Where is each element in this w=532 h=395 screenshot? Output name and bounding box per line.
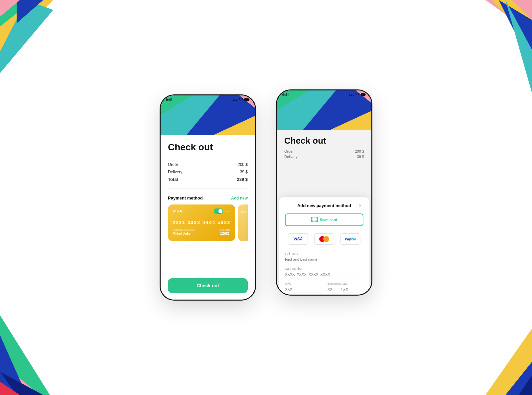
total-row: Total 239 $ <box>168 176 248 183</box>
add-new-link[interactable]: Add new <box>231 196 248 200</box>
phone1-time: 9:41 <box>166 98 173 102</box>
expiry-inputs: / <box>328 286 363 293</box>
phone1-icons: ●●● <box>232 98 250 102</box>
delivery-value: 39 $ <box>240 170 248 174</box>
modal-header: Add new payment method × <box>285 202 363 209</box>
phone2-time: 9:41 <box>282 93 289 97</box>
phone2-delivery-row: Delivery 39 $ <box>284 154 364 159</box>
order-value: 200 $ <box>238 162 248 167</box>
exp-label: Exp date <box>220 228 231 231</box>
delivery-row: Delivery 39 $ <box>168 168 248 176</box>
visa-payment-icon[interactable]: VISA <box>288 233 308 245</box>
phone2-delivery-label: Delivery <box>284 155 298 159</box>
cvc-label: CVC <box>285 282 321 285</box>
phone2-order-label: Order <box>284 149 294 153</box>
battery-icon <box>244 98 250 102</box>
svg-rect-26 <box>245 99 248 101</box>
total-label: Total <box>168 177 178 182</box>
phone2-icons: ●●● <box>349 93 366 97</box>
exp-mm-input[interactable] <box>328 286 339 293</box>
expiry-group: Expiration date / <box>328 282 363 293</box>
card-number-group: Card number <box>285 267 363 278</box>
order-row: Order 200 $ <box>168 161 248 168</box>
visa-text: VISA <box>293 237 303 241</box>
main-content: 9:41 ●●● Check out Order 200 $ <box>0 0 532 395</box>
divider-1 <box>168 158 248 158</box>
phone2-order-row: Order 200 $ <box>284 149 364 154</box>
exp-value: 12/02 <box>220 231 231 235</box>
mastercard-circles <box>319 236 329 242</box>
phone2-delivery-value: 39 $ <box>357 155 364 159</box>
delivery-label: Delivery <box>168 170 182 174</box>
phone2-status-bar: 9:41 ●●● <box>277 90 371 105</box>
payment-method-label: Payment method <box>168 196 203 200</box>
divider-2 <box>168 189 248 189</box>
phone2-top-section: Check out Order 200 $ Delivery 39 $ <box>277 130 371 163</box>
full-name-group: Full name <box>285 252 363 263</box>
full-name-input[interactable] <box>285 256 363 263</box>
exp-yy-input[interactable] <box>343 286 355 293</box>
total-value: 239 $ <box>237 177 248 182</box>
cvc-expiry-row: CVC Expiration date / <box>285 282 363 295</box>
card-number-label: Card number <box>285 267 363 270</box>
expiry-separator: / <box>341 287 342 292</box>
phone1-body: Check out Order 200 $ Delivery 39 $ Tota… <box>161 135 255 300</box>
phone2-title: Check out <box>284 136 364 146</box>
expiry-label: Expiration date <box>328 282 363 285</box>
card-toggle[interactable] <box>214 208 223 214</box>
modal-title: Add new payment method <box>292 203 357 208</box>
card-brand: VISA <box>173 209 183 213</box>
signal-icon2: ●●● <box>349 93 354 97</box>
card-meta: Cardholder's name Mikel John Exp date 12… <box>173 228 230 235</box>
cvc-input[interactable] <box>285 286 321 293</box>
scan-card-button[interactable]: Scan card <box>285 213 363 226</box>
mastercard-payment-icon[interactable] <box>314 233 334 245</box>
phone2-order-value: 200 $ <box>355 149 364 153</box>
phone1-content: 9:41 ●●● Check out Order 200 $ <box>161 95 255 300</box>
visa-card[interactable]: VISA ··· 2221 3322 4444 5322 Cardholder'… <box>168 204 235 241</box>
cvc-group: CVC <box>285 282 321 293</box>
payment-section-title: Payment method Add new <box>168 196 248 200</box>
payment-modal: Add new payment method × <box>279 197 369 295</box>
scan-icon <box>311 217 318 223</box>
svg-rect-34 <box>312 217 318 222</box>
signal-icon: ●●● <box>232 98 238 102</box>
svg-rect-33 <box>361 94 364 96</box>
payment-icons-row: VISA PayPal <box>285 231 363 247</box>
phone2-content: 9:41 ●●● Check out Order 2 <box>277 90 371 295</box>
card-slider: VISA ··· 2221 3322 4444 5322 Cardholder'… <box>168 204 248 241</box>
mc-yellow-circle <box>323 236 329 242</box>
order-label: Order <box>168 162 178 167</box>
modal-close-button[interactable]: × <box>357 202 363 209</box>
paypal-text: PayPal <box>345 237 356 241</box>
checkout-button[interactable]: Check out <box>168 278 248 293</box>
wifi-icon <box>239 98 243 102</box>
scan-card-label: Scan card <box>320 218 337 222</box>
phone2-mockup: 9:41 ●●● Check out Order 2 <box>276 89 372 296</box>
full-name-label: Full name <box>285 252 363 255</box>
phone1-status-bar: 9:41 ●●● <box>161 95 255 110</box>
holder-value: Mikel John <box>173 231 195 235</box>
phone1-mockup: 9:41 ●●● Check out Order 200 $ <box>160 94 256 301</box>
card-partial: Ca <box>238 204 248 241</box>
card-number: 2221 3322 4444 5322 <box>173 220 230 225</box>
wifi-icon2 <box>355 93 359 97</box>
phone1-title: Check out <box>168 142 248 153</box>
card-number-input[interactable] <box>285 271 363 278</box>
holder-label: Cardholder's name <box>173 228 195 231</box>
phone2-body: Check out Order 200 $ Delivery 39 $ Add … <box>277 130 371 295</box>
battery-icon2 <box>361 93 366 97</box>
paypal-payment-icon[interactable]: PayPal <box>340 233 360 245</box>
